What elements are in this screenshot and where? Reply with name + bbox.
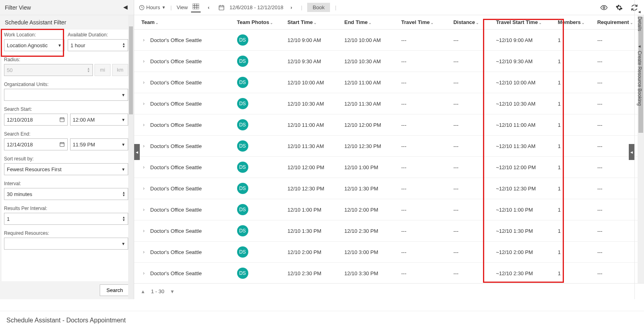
end-time: 12/10 2:00 PM (341, 199, 398, 220)
org-units-select[interactable]: ▼ (4, 89, 128, 101)
table-row[interactable]: ›Doctor's Office Seattle DS 12/10 10:00 … (134, 72, 644, 93)
collapse-left-icon[interactable]: ◄ (122, 3, 129, 12)
work-location-select[interactable]: Location Agnostic ▼ (4, 39, 64, 51)
expand-icon[interactable]: › (141, 80, 146, 85)
col-travel-start[interactable]: Travel Start Time⌄ (493, 15, 554, 30)
view-label: View (177, 4, 188, 10)
team-name: Doctor's Office Seattle (150, 186, 202, 192)
team-name: Doctor's Office Seattle (150, 249, 202, 255)
sort-by-select[interactable]: Fewest Resources First ▼ (4, 163, 128, 175)
start-time: 12/10 9:30 AM (284, 51, 341, 72)
results-per-interval-input[interactable]: 1 ▲▼ (4, 213, 128, 225)
interval-input[interactable]: 30 minutes ▲▼ (4, 188, 128, 200)
team-name: Doctor's Office Seattle (150, 58, 202, 64)
collapse-right-tab[interactable]: ◄ (629, 144, 634, 160)
next-button[interactable]: › (286, 3, 296, 12)
chevron-down-icon: ⌄ (314, 21, 317, 25)
members: 1 (555, 199, 594, 220)
eye-icon[interactable] (599, 3, 609, 12)
table-row[interactable]: ›Doctor's Office Seattle DS 12/10 9:00 A… (134, 30, 644, 51)
calendar-icon[interactable] (217, 3, 226, 12)
travel-time: --- (398, 72, 450, 93)
col-distance[interactable]: Distance⌄ (450, 15, 493, 30)
travel-start-time: ~12/10 12:00 PM (493, 157, 554, 178)
table-row[interactable]: ›Doctor's Office Seattle DS 12/10 1:00 P… (134, 199, 644, 220)
grid-view-icon[interactable] (191, 3, 201, 12)
team-name: Doctor's Office Seattle (150, 122, 202, 128)
col-photos[interactable]: Team Photos⌄ (234, 15, 284, 30)
expand-icon[interactable]: › (141, 101, 146, 106)
members: 1 (555, 136, 594, 157)
search-end-time-select[interactable]: 11:59 PM ▼ (70, 138, 128, 150)
expand-icon[interactable]: › (141, 143, 146, 149)
avatar: DS (237, 140, 248, 152)
hours-dropdown[interactable]: Hours ▼ (139, 4, 166, 10)
travel-start-time: ~12/10 1:00 PM (493, 199, 554, 220)
filter-scrollbar[interactable] (128, 15, 134, 299)
table-row[interactable]: ›Doctor's Office Seattle DS 12/10 1:30 P… (134, 220, 644, 242)
end-time: 12/10 11:00 AM (341, 72, 398, 93)
table-row[interactable]: ›Doctor's Office Seattle DS 12/10 12:00 … (134, 157, 644, 178)
gear-icon[interactable] (614, 3, 624, 12)
search-end-date-input[interactable]: 12/14/2018 (4, 138, 68, 150)
team-name: Doctor's Office Seattle (150, 207, 202, 213)
details-tab[interactable]: ◄ Details (635, 0, 644, 34)
col-travel[interactable]: Travel Time⌄ (398, 15, 450, 30)
table-row[interactable]: ›Doctor's Office Seattle DS 12/10 10:30 … (134, 93, 644, 114)
expand-icon[interactable]: › (141, 186, 146, 191)
table-row[interactable]: ›Doctor's Office Seattle DS 12/10 11:30 … (134, 136, 644, 157)
collapse-filter-tab[interactable]: ◄ (134, 144, 140, 160)
svg-rect-0 (60, 118, 64, 122)
required-resources-select[interactable]: ▼ (4, 238, 128, 250)
team-name: Doctor's Office Seattle (150, 143, 202, 149)
date-range: 12/6/2018 - 12/12/2018 (229, 4, 283, 10)
calendar-icon (59, 117, 65, 122)
search-start-time-value: 12:00 AM (73, 117, 95, 123)
stepper-icon: ▲▼ (87, 67, 90, 73)
expand-icon[interactable]: › (141, 249, 146, 255)
pager-down-icon[interactable]: ▼ (170, 289, 175, 294)
distance: --- (450, 114, 493, 136)
pager-up-icon[interactable]: ▲ (141, 289, 145, 294)
travel-time: --- (398, 114, 450, 136)
expand-icon[interactable]: › (141, 207, 146, 212)
unit-mi-button: mi (95, 64, 111, 76)
table-row[interactable]: ›Doctor's Office Seattle DS 12/10 2:30 P… (134, 263, 644, 284)
chevron-down-icon: ▼ (121, 93, 125, 97)
scrollbar-thumb[interactable] (129, 26, 133, 114)
hours-label: Hours (146, 4, 160, 10)
end-time: 12/10 12:00 PM (341, 114, 398, 136)
col-end[interactable]: End Time⌄ (341, 15, 398, 30)
end-time: 12/10 10:00 AM (341, 30, 398, 51)
col-members[interactable]: Members⌄ (555, 15, 594, 30)
search-button[interactable]: Search (100, 284, 130, 296)
distance: --- (450, 263, 493, 284)
expand-icon[interactable]: › (141, 228, 146, 234)
travel-start-time: ~12/10 10:30 AM (493, 93, 554, 114)
book-button[interactable]: Book (307, 3, 330, 12)
expand-icon[interactable]: › (141, 37, 146, 43)
col-team[interactable]: Team⌄ (134, 15, 234, 30)
prev-button[interactable]: ‹ (204, 3, 213, 12)
col-start[interactable]: Start Time⌄ (284, 15, 341, 30)
table-row[interactable]: ›Doctor's Office Seattle DS 12/10 12:30 … (134, 178, 644, 199)
table-row[interactable]: ›Doctor's Office Seattle DS 12/10 2:00 P… (134, 242, 644, 263)
expand-icon[interactable]: › (141, 270, 146, 276)
search-start-date-input[interactable]: 12/10/2018 (4, 114, 68, 126)
available-duration-input[interactable]: 1 hour ▲▼ (68, 39, 128, 51)
search-end-time-value: 11:59 PM (73, 142, 95, 148)
interval-value: 30 minutes (7, 191, 32, 197)
travel-time: --- (398, 51, 450, 72)
table-row[interactable]: ›Doctor's Office Seattle DS 12/10 11:00 … (134, 114, 644, 136)
table-row[interactable]: ›Doctor's Office Seattle DS 12/10 9:30 A… (134, 51, 644, 72)
expand-icon[interactable]: › (141, 58, 146, 64)
required-resources-label: Required Resources: (4, 230, 128, 236)
expand-icon[interactable]: › (141, 164, 146, 170)
radius-label: Radius: (4, 57, 128, 62)
work-location-label: Work Location: (4, 32, 64, 38)
status-bar: Schedule Assistant - Doctors Appointment (0, 311, 644, 330)
search-start-time-select[interactable]: 12:00 AM ▼ (70, 114, 128, 126)
travel-time: --- (398, 178, 450, 199)
create-booking-tab[interactable]: ◄ Create Resource Booking (635, 34, 644, 109)
expand-icon[interactable]: › (141, 122, 146, 128)
